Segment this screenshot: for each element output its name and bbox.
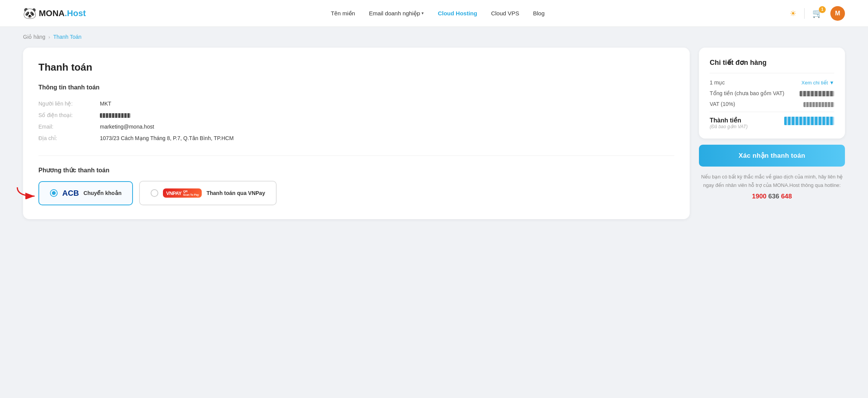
payment-form-panel: Thanh toán Thông tin thanh toán Người li…: [23, 48, 690, 219]
email-value: marketing@mona.host: [100, 121, 674, 132]
logo-host: Host: [67, 8, 86, 18]
right-panel: Chi tiết đơn hàng 1 mục Xem chi tiết ▼ T…: [699, 48, 845, 200]
so-dien-thoai-label: Số điện thoại:: [38, 109, 100, 121]
vnpay-qr-text: QR Scan To Pay: [183, 190, 199, 196]
main-content: Thanh toán Thông tin thanh toán Người li…: [0, 44, 868, 235]
vnpay-text: VNPAY: [166, 190, 181, 196]
breadcrumb-current: Thanh Toán: [53, 34, 81, 40]
info-section-title: Thông tin thanh toán: [38, 84, 674, 91]
thanh-tien-label-group: Thành tiền (Đã bao gồm VAT): [710, 117, 748, 129]
email-dropdown-icon: ▾: [422, 11, 424, 16]
nav-email[interactable]: Email doanh nghiệp ▾: [369, 10, 424, 17]
tong-tien-label: Tổng tiền (chưa bao gồm VAT): [710, 90, 784, 96]
tong-tien-value: [800, 90, 834, 96]
acb-radio[interactable]: [50, 189, 58, 197]
vnpay-badge: VNPAY QR Scan To Pay: [163, 188, 202, 198]
vnpay-logo: VNPAY QR Scan To Pay: [163, 188, 202, 198]
acb-label: Chuyển khoản: [83, 190, 121, 196]
dia-chi-label: Địa chỉ:: [38, 132, 100, 144]
vat-blurred: [803, 102, 834, 107]
payment-option-vnpay[interactable]: VNPAY QR Scan To Pay Thanh toán qua VNPa…: [139, 181, 277, 205]
payment-option-acb[interactable]: ACB Chuyển khoản: [38, 181, 133, 205]
red-arrow-indicator: [15, 185, 37, 201]
dia-chi-value: 1073/23 Cách Mạng Tháng 8, P.7, Q.Tân Bì…: [100, 132, 674, 144]
vnpay-label: Thanh toán qua VNPay: [206, 190, 265, 196]
logo-mona: MONA: [39, 8, 65, 18]
logo-text: MONA.Host: [39, 8, 86, 18]
payment-title: Thanh toán: [38, 61, 674, 73]
table-row: Người liên hệ: MKT: [38, 98, 674, 109]
theme-toggle-icon[interactable]: ☀: [790, 9, 797, 18]
vnpay-radio[interactable]: [151, 189, 158, 197]
order-items-row: 1 mục Xem chi tiết ▼: [710, 79, 834, 86]
confirm-payment-button[interactable]: Xác nhận thanh toán: [699, 145, 845, 167]
thanh-tien-section: Thành tiền (Đã bao gồm VAT): [710, 112, 834, 129]
logo-panda-icon: 🐼: [23, 7, 37, 20]
nav-cloud-vps[interactable]: Cloud VPS: [491, 10, 519, 17]
items-count: 1 mục: [710, 79, 725, 86]
nav-blog[interactable]: Blog: [533, 10, 544, 17]
hotline-1900: 1900: [752, 193, 767, 200]
order-divider: [710, 73, 834, 73]
hotline-648: 648: [781, 193, 792, 200]
xem-chi-tiet-link[interactable]: Xem chi tiết ▼: [802, 80, 834, 86]
payment-methods: ACB Chuyển khoản VNPAY QR Scan To Pay: [38, 181, 674, 205]
cart-button[interactable]: 🛒 1: [812, 8, 823, 18]
acb-text: ACB: [62, 189, 79, 198]
header-divider: [804, 8, 805, 19]
thanh-tien-sub: (Đã bao gồm VAT): [710, 124, 748, 129]
order-detail-title: Chi tiết đơn hàng: [710, 58, 834, 67]
vat-value: [803, 101, 834, 107]
order-detail-card: Chi tiết đơn hàng 1 mục Xem chi tiết ▼ T…: [699, 48, 845, 139]
support-text: Nếu bạn có bất kỳ thắc mắc về giao dịch …: [699, 173, 845, 190]
cart-badge: 1: [819, 6, 826, 13]
acb-logo: ACB: [62, 189, 79, 198]
payment-method-title: Phương thức thanh toán: [38, 167, 674, 174]
logo[interactable]: 🐼 MONA.Host: [23, 7, 86, 20]
thanh-tien-row: Thành tiền (Đã bao gồm VAT): [710, 117, 834, 129]
avatar[interactable]: M: [830, 6, 845, 21]
thanh-tien-value: [784, 117, 834, 125]
payment-info-table: Người liên hệ: MKT Số điện thoại: Email:…: [38, 98, 674, 144]
main-nav: Tên miền Email doanh nghiệp ▾ Cloud Host…: [331, 10, 544, 17]
hotline: 1900 636 648: [699, 193, 845, 200]
header-right: ☀ 🛒 1 M: [790, 6, 845, 21]
nav-ten-mien[interactable]: Tên miền: [331, 10, 355, 17]
nguoi-lien-he-value: MKT: [100, 98, 674, 109]
acb-radio-dot: [52, 191, 56, 195]
breadcrumb: Giỏ hàng › Thanh Toán: [0, 27, 868, 44]
table-row: Địa chỉ: 1073/23 Cách Mạng Tháng 8, P.7,…: [38, 132, 674, 144]
header: 🐼 MONA.Host Tên miền Email doanh nghiệp …: [0, 0, 868, 27]
section-divider: [38, 155, 674, 156]
vat-row: VAT (10%): [710, 101, 834, 107]
table-row: Email: marketing@mona.host: [38, 121, 674, 132]
tong-tien-row: Tổng tiền (chưa bao gồm VAT): [710, 90, 834, 96]
vat-label: VAT (10%): [710, 101, 735, 107]
tong-tien-blurred: [800, 91, 834, 96]
nguoi-lien-he-label: Người liên hệ:: [38, 98, 100, 109]
thanh-tien-label: Thành tiền: [710, 117, 748, 124]
breadcrumb-gio-hang[interactable]: Giỏ hàng: [23, 34, 45, 40]
table-row: Số điện thoại:: [38, 109, 674, 121]
hotline-636: 636: [767, 193, 781, 200]
nav-cloud-hosting[interactable]: Cloud Hosting: [438, 10, 477, 17]
email-label: Email:: [38, 121, 100, 132]
breadcrumb-arrow: ›: [48, 34, 50, 40]
so-dien-thoai-value: [100, 109, 674, 121]
